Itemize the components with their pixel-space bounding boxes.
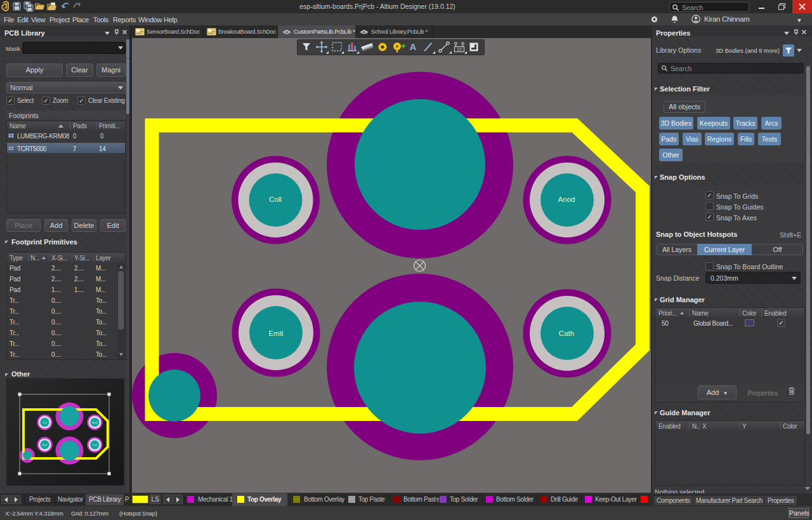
svg-text:Emit: Emit	[43, 444, 47, 446]
svg-text:A: A	[410, 41, 417, 52]
svg-text:Anod: Anod	[92, 422, 97, 424]
svg-text:Cath: Cath	[93, 444, 97, 446]
svg-text:Emit: Emit	[269, 330, 284, 337]
svg-text:Cath: Cath	[559, 330, 574, 337]
svg-text:10: 10	[457, 47, 462, 51]
svg-text:Anod: Anod	[558, 196, 575, 203]
svg-text:Coll: Coll	[269, 196, 282, 203]
svg-text:Coll: Coll	[43, 422, 46, 424]
